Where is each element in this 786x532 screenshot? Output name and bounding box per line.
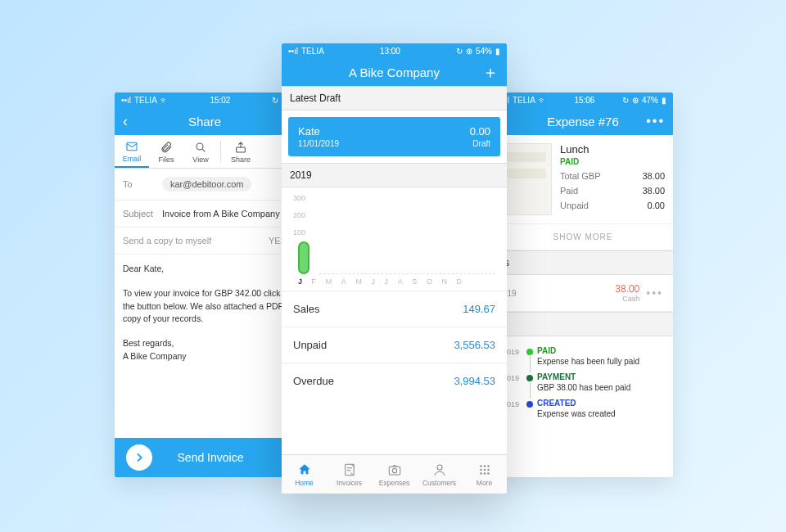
invoice-icon [342, 462, 357, 477]
draft-date: 11/01/2019 [298, 139, 339, 148]
receipt-thumbnail[interactable] [501, 143, 552, 215]
status-bar: ••ılTELIAᯤ 15:06 ↻⊕47%▮ [493, 92, 673, 107]
tool-files[interactable]: Files [149, 136, 183, 167]
draft-name: Kate [298, 125, 339, 138]
tab-more[interactable]: More [462, 455, 507, 494]
svg-point-15 [487, 472, 489, 474]
subject-label: Subject [123, 209, 162, 219]
svg-point-1 [196, 143, 203, 150]
copy-to-self[interactable]: Send a copy to myself YES [115, 228, 295, 255]
grid-icon [477, 462, 492, 477]
svg-point-11 [483, 468, 485, 470]
header: ‹ Share [115, 107, 295, 135]
tool-share[interactable]: Share [224, 136, 258, 167]
payment-row[interactable]: 019 38.00 Cash ••• [493, 275, 673, 312]
dot-icon [526, 375, 533, 381]
dot-icon [526, 349, 533, 355]
tab-home[interactable]: Home [282, 455, 327, 494]
svg-point-13 [480, 472, 481, 474]
timeline: 019 PAIDExpense has been fully paid 019 … [493, 336, 673, 428]
share-toolbar: Email Files View Share [115, 135, 295, 169]
search-icon [194, 141, 207, 154]
timeline-item: 019 CREATEDExpense was created [501, 395, 665, 422]
draft-amount: 0.00 [470, 125, 490, 138]
payment-method: Cash [615, 295, 639, 303]
svg-point-6 [437, 465, 442, 470]
svg-point-9 [487, 465, 489, 467]
subject-value: Invoice from A Bike Company [162, 209, 280, 219]
dot-icon [526, 401, 533, 408]
status-bar: ••ılTELIA 13:00 ↻⊕54%▮ [282, 43, 507, 58]
unpaid-row[interactable]: Unpaid 3,556.53 [282, 327, 507, 363]
tab-invoices[interactable]: Invoices [327, 455, 372, 494]
page-title: A Bike Company [349, 65, 440, 79]
home-icon [297, 462, 312, 477]
expense-summary: Lunch PAID Total GBP38.00 Paid38.00 Unpa… [493, 135, 673, 223]
share-screen: ••ılTELIAᯤ 15:02 ↻⊕ ‹ Share Email Files … [115, 92, 295, 477]
email-body[interactable]: Dear Kate, To view your invoice for GBP … [115, 255, 295, 371]
send-invoice-button[interactable]: Send Invoice [115, 438, 295, 477]
show-more-button[interactable]: SHOW MORE [493, 223, 673, 250]
timeline-item: 019 PAIDExpense has been fully paid [501, 343, 665, 369]
copy-label: Send a copy to myself [123, 236, 211, 246]
page-title: Expense #76 [547, 115, 619, 128]
svg-rect-4 [389, 467, 400, 475]
sales-row[interactable]: Sales 149.67 [282, 291, 507, 327]
expense-screen: ••ılTELIAᯤ 15:06 ↻⊕47%▮ Expense #76 ••• … [493, 92, 673, 477]
subject-field[interactable]: Subject Invoice from A Bike Company [115, 201, 295, 228]
expense-status-badge: PAID [560, 157, 665, 166]
svg-point-5 [392, 468, 396, 472]
svg-point-7 [480, 465, 481, 467]
back-icon[interactable]: ‹ [123, 113, 128, 130]
to-field[interactable]: To kar@debitoor.com [115, 169, 295, 201]
header: Expense #76 ••• [493, 107, 673, 135]
svg-point-14 [483, 472, 485, 474]
timeline-item: 019 PAYMENTGBP 38.00 has been paid [501, 369, 665, 395]
share-icon [234, 141, 247, 154]
latest-draft-header: Latest Draft [282, 86, 507, 110]
send-arrow-icon [126, 444, 152, 471]
svg-rect-2 [237, 147, 246, 152]
page-title: Share [188, 115, 221, 128]
status-bar: ••ılTELIAᯤ 15:02 ↻⊕ [115, 92, 295, 107]
paperclip-icon [160, 141, 173, 154]
add-icon[interactable]: ＋ [482, 61, 499, 83]
tool-email[interactable]: Email [115, 135, 149, 168]
draft-status: Draft [470, 139, 490, 148]
tab-expenses[interactable]: Expenses [372, 455, 417, 494]
to-label: To [123, 179, 162, 189]
history-header: y [493, 312, 673, 336]
payment-amount: 38.00 [615, 283, 639, 295]
svg-rect-0 [127, 142, 137, 150]
draft-card[interactable]: Kate 11/01/2019 0.00 Draft [288, 117, 500, 156]
year-header: 2019 [282, 163, 507, 187]
more-icon[interactable]: ••• [646, 114, 665, 128]
camera-icon [387, 462, 402, 477]
tab-customers[interactable]: Customers [417, 455, 462, 494]
tool-view[interactable]: View [183, 136, 218, 167]
chart: 300 200 100 J FM AM JJ AS ON D [282, 187, 507, 291]
email-icon [125, 140, 138, 153]
user-icon [432, 462, 447, 477]
row-more-icon[interactable]: ••• [646, 286, 663, 300]
to-value: kar@debitoor.com [162, 177, 251, 192]
svg-point-10 [480, 468, 481, 470]
overdue-row[interactable]: Overdue 3,994.53 [282, 363, 507, 399]
home-screen: ••ılTELIA 13:00 ↻⊕54%▮ A Bike Company ＋ … [282, 43, 507, 494]
month-axis: J FM AM JJ AS ON D [293, 274, 495, 287]
header: A Bike Company ＋ [282, 58, 507, 86]
svg-point-12 [487, 468, 489, 470]
svg-point-8 [483, 465, 485, 467]
payments-header: nts [493, 250, 673, 275]
tab-bar: Home Invoices Expenses Customers More [282, 454, 507, 494]
bar-jan [298, 241, 309, 274]
expense-title: Lunch [560, 143, 665, 156]
